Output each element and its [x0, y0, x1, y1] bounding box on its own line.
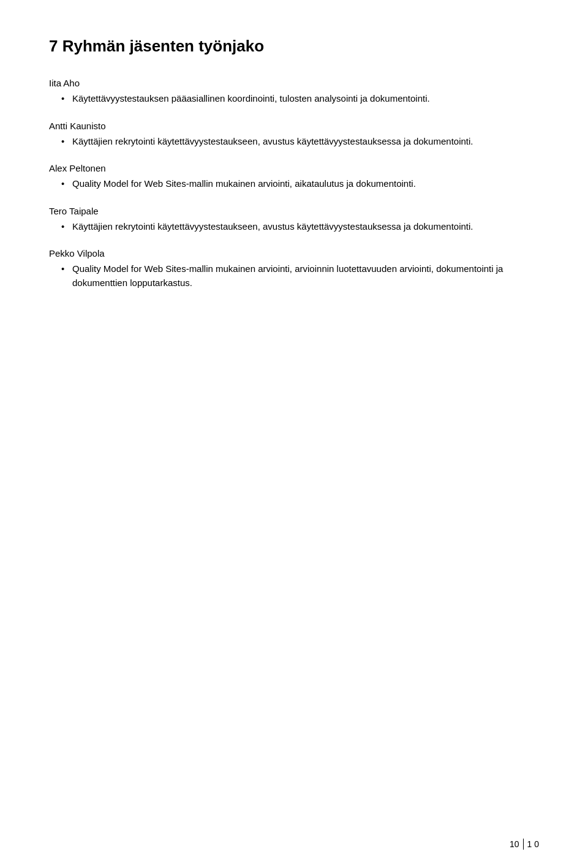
person-section: Alex PeltonenQuality Model for Web Sites…	[49, 163, 539, 191]
person-name: Iita Aho	[49, 78, 539, 88]
person-tasks-list: Quality Model for Web Sites-mallin mukai…	[49, 262, 539, 290]
person-tasks-list: Käytettävyystestauksen pääasiallinen koo…	[49, 92, 539, 106]
page-content: 7 Ryhmän jäsenten työnjako Iita AhoKäyte…	[0, 0, 588, 353]
person-section: Pekko VilpolaQuality Model for Web Sites…	[49, 248, 539, 290]
task-item: Quality Model for Web Sites-mallin mukai…	[61, 177, 539, 191]
person-tasks-list: Quality Model for Web Sites-mallin mukai…	[49, 177, 539, 191]
task-item: Käytettävyystestauksen pääasiallinen koo…	[61, 92, 539, 106]
task-item: Quality Model for Web Sites-mallin mukai…	[61, 262, 539, 290]
person-name: Alex Peltonen	[49, 163, 539, 173]
footer-page-number: 10	[510, 839, 519, 849]
person-section: Iita AhoKäytettävyystestauksen pääasiall…	[49, 78, 539, 106]
footer-divider	[523, 839, 524, 850]
person-name: Antti Kaunisto	[49, 121, 539, 131]
page-title: 7 Ryhmän jäsenten työnjako	[49, 37, 539, 56]
task-item: Käyttäjien rekrytointi käytettävyystesta…	[61, 135, 539, 149]
person-name: Pekko Vilpola	[49, 248, 539, 259]
persons-container: Iita AhoKäytettävyystestauksen pääasiall…	[49, 78, 539, 290]
footer-total-pages: 1 0	[527, 839, 539, 849]
task-item: Käyttäjien rekrytointi käytettävyystesta…	[61, 220, 539, 234]
person-tasks-list: Käyttäjien rekrytointi käytettävyystesta…	[49, 135, 539, 149]
page-footer: 10 1 0	[510, 839, 539, 850]
person-section: Tero TaipaleKäyttäjien rekrytointi käyte…	[49, 206, 539, 234]
person-tasks-list: Käyttäjien rekrytointi käytettävyystesta…	[49, 220, 539, 234]
person-name: Tero Taipale	[49, 206, 539, 216]
person-section: Antti KaunistoKäyttäjien rekrytointi käy…	[49, 121, 539, 149]
